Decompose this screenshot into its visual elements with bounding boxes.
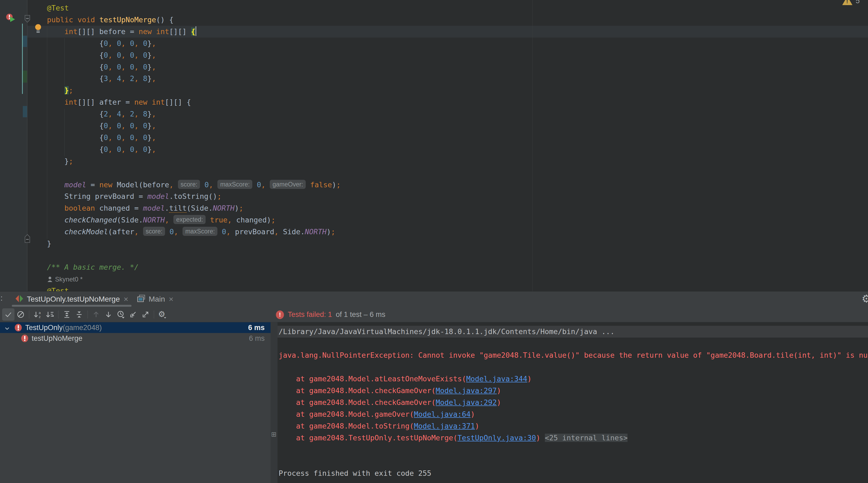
code-token: false xyxy=(310,181,332,189)
show-ignored-icon[interactable] xyxy=(14,308,27,321)
code-token: [][] after = xyxy=(78,98,134,106)
code-token: model xyxy=(147,192,169,200)
stack-trace-link[interactable]: Model.java:344 xyxy=(466,375,527,383)
stack-trace-link[interactable]: Model.java:292 xyxy=(436,398,497,407)
test-history-icon[interactable] xyxy=(115,308,127,321)
code-token: , xyxy=(108,145,113,154)
code-token: ; xyxy=(69,86,73,94)
code-token: @Test xyxy=(30,287,69,291)
code-token: ; xyxy=(239,204,243,212)
test-tree-row[interactable]: testUpNoMerge6 ms xyxy=(0,333,271,344)
code-token: { xyxy=(30,110,103,118)
code-token xyxy=(138,110,143,118)
code-token: true xyxy=(210,216,227,224)
code-token: String prevBoard = xyxy=(30,192,147,200)
code-token: { xyxy=(30,133,103,142)
tab-Main[interactable]: Main× xyxy=(132,291,178,307)
stack-trace-link[interactable]: Model.java:297 xyxy=(436,386,497,395)
stack-trace-line: at game2048.Model.checkGameOver(Model.ja… xyxy=(279,385,501,396)
code-token: , xyxy=(134,51,138,59)
code-token: 0 xyxy=(117,133,121,142)
code-token: /** A basic merge. */ xyxy=(30,263,138,271)
svg-text:a: a xyxy=(39,311,41,315)
code-token: , xyxy=(261,181,266,189)
tab-label: TestUpOnly.testUpNoMerge xyxy=(27,295,120,303)
show-passed-icon[interactable] xyxy=(2,308,14,321)
test-name: TestUpOnly xyxy=(25,324,63,332)
code-token: , xyxy=(108,51,113,59)
tab-TestUpOnly.testUpNoMerge[interactable]: TestUpOnly.testUpNoMerge× xyxy=(11,291,132,307)
code-token xyxy=(266,181,270,189)
code-token: 0 xyxy=(103,133,108,142)
tool-window-tab-bar: : TestUpOnly.testUpNoMerge×Main× ⚙ xyxy=(0,291,868,307)
code-line: int[][] after = new int[][] { xyxy=(30,96,191,108)
stack-trace-link[interactable]: Model.java:371 xyxy=(414,422,475,430)
tab-bar-gear-icon[interactable]: ⚙ xyxy=(862,292,868,305)
code-token: , xyxy=(121,122,125,130)
code-token: { xyxy=(30,39,103,47)
code-line: boolean changed = model.tilt(Side.NORTH)… xyxy=(30,202,243,214)
tab-label: Main xyxy=(149,295,165,303)
code-token: , xyxy=(227,216,232,224)
code-token: 0 xyxy=(257,181,261,189)
sort-alphabetically-icon[interactable]: az xyxy=(31,308,44,321)
test-console[interactable]: /Library/Java/JavaVirtualMachines/jdk-18… xyxy=(278,322,868,483)
code-token: , xyxy=(152,74,156,83)
collapse-all-icon[interactable] xyxy=(73,308,85,321)
code-token: } xyxy=(30,157,69,165)
test-tree-row[interactable]: TestUpOnly (game2048)6 ms xyxy=(0,322,271,333)
code-token: 0 xyxy=(169,228,174,236)
code-token: new xyxy=(138,27,152,36)
code-token: , xyxy=(121,74,125,83)
code-token xyxy=(178,228,183,236)
code-token: 0 xyxy=(103,122,108,130)
code-line: Skynet0 * xyxy=(30,273,83,285)
stack-trace-link[interactable]: TestUpOnly.java:30 xyxy=(457,433,536,442)
close-icon[interactable]: × xyxy=(169,295,174,304)
code-token xyxy=(252,181,256,189)
code-token xyxy=(165,228,169,236)
code-token: 0 xyxy=(130,63,134,71)
import-test-results-icon[interactable] xyxy=(127,308,139,321)
code-token: 0 xyxy=(205,181,209,189)
code-line: {0, 0, 0, 0}, xyxy=(30,38,156,50)
code-token: , xyxy=(108,110,113,118)
code-token: NORTH xyxy=(305,228,327,236)
code-token: , xyxy=(134,133,138,142)
code-token: , xyxy=(152,63,156,71)
code-token: changed = xyxy=(95,204,143,212)
code-token xyxy=(206,216,210,224)
code-token xyxy=(126,51,130,59)
previous-occurrence-icon[interactable] xyxy=(90,308,102,321)
parameter-hint: score: xyxy=(143,227,165,236)
settings-icon[interactable]: ⚙ xyxy=(156,308,168,321)
code-line: }; xyxy=(30,155,73,167)
code-token: checkChanged xyxy=(30,216,117,224)
code-token: 0 xyxy=(117,39,121,47)
export-test-results-icon[interactable] xyxy=(139,308,152,321)
code-token xyxy=(147,98,152,106)
console-fold-gutter: ⊞ xyxy=(271,322,278,483)
plus-box-icon[interactable]: ⊞ xyxy=(271,431,276,438)
code-token: , xyxy=(108,133,113,142)
code-token: [][] { xyxy=(165,98,191,106)
test-runner-toolbar: az⚙ xyxy=(0,307,868,322)
next-occurrence-icon[interactable] xyxy=(102,308,115,321)
stack-trace-link[interactable]: Model.java:64 xyxy=(414,410,470,418)
code-editor[interactable]: @Test public void testUpNoMerge() { int[… xyxy=(0,0,868,291)
text-caret xyxy=(196,26,196,36)
sort-by-duration-icon[interactable] xyxy=(44,308,56,321)
code-token: 2 xyxy=(130,110,134,118)
intellij-window: { "icons": { "run_gutter": "run-failed-i… xyxy=(0,0,868,483)
code-token: 0 xyxy=(117,122,121,130)
chevron-down-icon[interactable] xyxy=(5,324,11,332)
expand-all-icon[interactable] xyxy=(61,308,73,321)
code-token xyxy=(152,27,156,36)
code-token: , xyxy=(152,133,156,142)
close-icon[interactable]: × xyxy=(124,295,129,304)
code-token xyxy=(217,228,222,236)
folded-lines-note[interactable]: <25 internal lines> xyxy=(545,433,628,442)
code-token: ; xyxy=(271,216,275,224)
code-token: 0 xyxy=(103,39,108,47)
inspection-widget[interactable]: ! 5 xyxy=(842,0,868,8)
